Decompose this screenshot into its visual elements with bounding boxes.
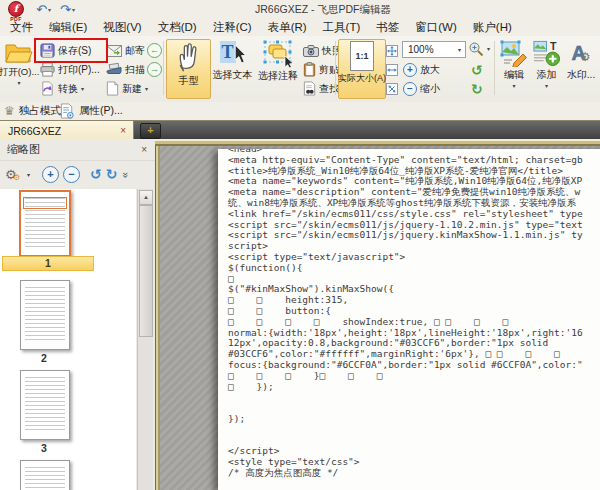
tab-close-icon[interactable]: ×: [120, 125, 133, 136]
actual-size-button[interactable]: 1:1 实际大小(A): [338, 39, 386, 99]
options-caret-icon[interactable]: ▾: [27, 171, 30, 178]
edit-button[interactable]: 编辑 ▾: [497, 39, 531, 97]
actual-size-icon: 1:1: [350, 41, 374, 71]
app-window: f PDF ↶ ▾ ↷ ▾ JR66GXEZ - 飞思PDF编辑器 文件编辑(E…: [0, 0, 600, 490]
add-button[interactable]: T 添加 ▾: [532, 39, 561, 97]
zoom-marquee-caret-icon[interactable]: ▾: [487, 45, 490, 52]
menu-item[interactable]: 注释(C): [205, 20, 260, 35]
convert-caret-icon[interactable]: ▾: [81, 85, 84, 92]
menu-item[interactable]: 账户(H): [465, 20, 520, 35]
mail-button[interactable]: 邮寄 ▾: [106, 42, 151, 59]
camera-icon: [303, 45, 319, 57]
properties-button[interactable]: 属性(P)...: [60, 103, 123, 119]
select-text-icon: T: [218, 39, 248, 67]
add-content-icon: T: [532, 39, 561, 67]
scanner-icon: [106, 63, 122, 76]
menu-item[interactable]: 文档(D): [150, 20, 205, 35]
fit-visible-icon: [386, 83, 398, 95]
thumbnail-scrollbar[interactable]: ▲: [137, 189, 153, 490]
pdf-viewer: <head><meta http-equiv="Content-Type" co…: [160, 146, 600, 490]
watermark-button[interactable]: A ⚙ 水印...: [562, 39, 600, 97]
code-line: <script src="/skin/ecms011/js/jquery.kin…: [228, 230, 583, 241]
watermark-gear-icon: ⚙: [580, 50, 591, 64]
fit-visible-button[interactable]: [386, 80, 398, 97]
select-annotation-button[interactable]: 选择注释: [255, 39, 301, 97]
zoom-out-minus-icon: −: [403, 82, 417, 96]
separator: [163, 41, 164, 95]
nav-forward-button[interactable]: →: [147, 61, 162, 78]
thumbnail-page-1[interactable]: [19, 190, 71, 257]
fit-width-button[interactable]: [386, 61, 398, 78]
zoom-level-combobox[interactable]: 100% ▾: [402, 41, 466, 58]
rotate-left-90-button[interactable]: ↺: [90, 167, 102, 182]
actual-size-label: 实际大小(A): [338, 72, 386, 85]
code-line: });: [228, 414, 583, 425]
crown-icon: ♛: [4, 105, 15, 117]
edit-label: 编辑: [504, 68, 524, 82]
convert-button[interactable]: 转换 ▾: [40, 80, 84, 97]
rotate-left-button[interactable]: ↺: [471, 61, 483, 78]
undo-button[interactable]: ↶ ▾: [36, 2, 51, 16]
properties-icon: [60, 103, 75, 119]
convert-label: 转换: [58, 82, 78, 96]
undo-caret-icon[interactable]: ▾: [48, 6, 51, 13]
code-line: <meta http-equiv="Content-Type" content=…: [228, 155, 583, 166]
add-label: 添加: [537, 68, 557, 82]
open-caret-icon[interactable]: ▾: [17, 79, 20, 86]
menu-item[interactable]: 窗口(W): [407, 20, 465, 35]
snapshot-button[interactable]: 快照: [303, 42, 342, 59]
zoom-in-button[interactable]: + 放大: [403, 61, 440, 78]
menu-item[interactable]: 视图(V): [95, 20, 149, 35]
menu-item[interactable]: 表单(R): [260, 20, 315, 35]
options-gear-button[interactable]: ⚙ ⚙: [5, 167, 23, 183]
new-tab-button[interactable]: +: [140, 123, 161, 139]
new-button[interactable]: 新建 ▾: [106, 80, 148, 97]
scrollbar-thumb[interactable]: [139, 205, 153, 337]
zoom-out-label: 缩小: [420, 82, 440, 96]
exclusive-mode-button[interactable]: ♛ 独占模式: [4, 103, 61, 119]
thumbnail-page-2[interactable]: [20, 280, 70, 350]
more-tools-chevron-icon[interactable]: »: [121, 171, 133, 177]
rotate-right-90-button[interactable]: ↻: [106, 167, 118, 182]
selected-page-number-badge[interactable]: 1: [2, 256, 94, 271]
redo-icon: ↷: [60, 2, 71, 17]
zoom-in-plus-icon: +: [403, 63, 417, 77]
panel-toolbar: ⚙ ⚙ ▾ + − ↺ ↻ »: [0, 160, 155, 189]
open-button[interactable]: 打开(O)... ▾: [0, 39, 38, 97]
menu-item[interactable]: 编辑(E): [41, 20, 95, 35]
rotate-right-button[interactable]: ↻: [471, 80, 483, 97]
thumbnail-page-4[interactable]: [20, 460, 70, 490]
pdf-code-text: <head><meta http-equiv="Content-Type" co…: [228, 149, 583, 479]
scan-button[interactable]: 扫描 ▾: [106, 61, 151, 78]
tab-active[interactable]: JR66GXEZ ×: [0, 121, 134, 140]
scroll-up-icon[interactable]: ▲: [139, 190, 153, 205]
hand-tool-button[interactable]: 手型: [166, 39, 211, 99]
panel-close-icon[interactable]: ×: [141, 144, 155, 155]
add-caret-icon[interactable]: ▾: [545, 82, 548, 89]
nav-back-button[interactable]: ←: [147, 42, 162, 59]
edit-caret-icon[interactable]: ▾: [512, 82, 515, 89]
thumb-zoom-out-button[interactable]: −: [63, 166, 80, 183]
zoom-marquee-button[interactable]: ▾: [468, 40, 490, 57]
select-text-button[interactable]: T 选择文本: [211, 39, 254, 97]
pdf-logo-circle: f: [8, 1, 24, 17]
thumbnail-page-3[interactable]: [20, 370, 70, 440]
redo-caret-icon[interactable]: ▾: [72, 6, 75, 13]
zoom-out-button[interactable]: − 缩小: [403, 80, 440, 97]
app-logo-icon: f PDF: [3, 1, 29, 19]
thumb-zoom-in-button[interactable]: +: [42, 166, 59, 183]
print-button[interactable]: 打印(P)...: [40, 61, 100, 78]
redo-button[interactable]: ↷ ▾: [60, 2, 75, 16]
properties-label: 属性(P)...: [79, 104, 123, 118]
zoom-combo-caret-icon[interactable]: ▾: [458, 46, 465, 53]
panel-header: 缩略图 ×: [0, 139, 155, 161]
clipboard-icon: [303, 62, 316, 77]
fit-page-button[interactable]: [386, 42, 398, 59]
save-highlight-annotation: [34, 38, 108, 63]
code-line: □ □ □ □ showIndex:true, □ □ □ □: [228, 317, 583, 328]
new-caret-icon[interactable]: ▾: [145, 85, 148, 92]
separator: [335, 41, 336, 95]
menu-item[interactable]: 文件: [2, 20, 41, 35]
menu-item[interactable]: 工具(T): [315, 20, 369, 35]
menu-item[interactable]: 书签: [368, 20, 407, 35]
